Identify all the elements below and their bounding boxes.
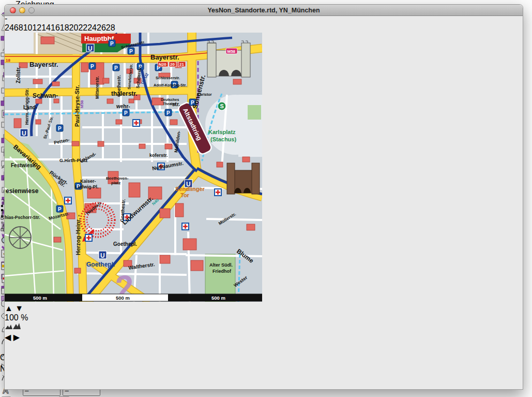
svg-text:N20: N20 xyxy=(159,62,166,67)
svg-text:P: P xyxy=(58,126,62,131)
svg-text:P: P xyxy=(114,65,118,71)
ruler-number: 6 xyxy=(14,23,19,32)
svg-text:P: P xyxy=(90,64,94,69)
ruler-number: 2 xyxy=(5,23,9,32)
svg-text:M58: M58 xyxy=(227,49,236,54)
svg-text:P: P xyxy=(166,110,170,116)
ruler-number: 12 xyxy=(32,23,41,32)
ruler-number: 4 xyxy=(9,23,14,32)
ruler-number: 26 xyxy=(97,23,106,32)
zoom-out-mountain-icon[interactable] xyxy=(5,325,12,329)
map-label: M58 xyxy=(80,100,84,108)
ubahn-badge: U xyxy=(99,251,107,259)
ruler-number: 28 xyxy=(106,23,115,32)
hospital-badge xyxy=(65,197,71,204)
map-label: koferstr. xyxy=(149,153,168,158)
ruler-number: 16 xyxy=(51,23,60,32)
map-label: Goethepl. xyxy=(113,241,137,247)
ruler-number: 14 xyxy=(41,23,51,32)
app-window: YesNon_Standorte.rtd, YN_München 2468101… xyxy=(4,4,523,390)
ruler-number: 10 xyxy=(23,23,33,32)
svg-text:U: U xyxy=(22,130,26,137)
route-badge: N20 xyxy=(158,62,168,67)
map-label: 18 xyxy=(6,58,10,63)
m58-badge: M58 xyxy=(226,48,237,54)
map-label: Beethoven- xyxy=(106,176,129,181)
sbahn-badge: S xyxy=(218,102,226,110)
parking-badge: P xyxy=(56,125,63,131)
svg-text:20: 20 xyxy=(170,62,175,67)
map-label: Goethestr. xyxy=(116,75,121,97)
ubahn-badge: U xyxy=(20,129,28,137)
map-label: Land- xyxy=(23,105,37,110)
svg-text:U: U xyxy=(88,45,93,52)
svg-text:21: 21 xyxy=(179,62,184,67)
map-label: Kaiser- xyxy=(80,179,96,184)
scroll-right-button[interactable]: ▶ xyxy=(13,333,20,342)
parking-badge: P xyxy=(128,48,134,54)
parking-badge: P xyxy=(89,63,96,69)
ruler-number: 24 xyxy=(87,23,97,32)
scroll-left-button[interactable]: ◀ xyxy=(5,333,11,342)
ruler-number: 8 xyxy=(19,23,23,32)
parking-badge: P xyxy=(123,109,129,116)
map-label: Herzog-Heinr. - xyxy=(75,214,81,255)
map-label: Schlosserstr. xyxy=(156,76,180,80)
ruler-number: 22 xyxy=(78,23,87,32)
map-label: Friedhof xyxy=(212,269,232,274)
svg-text:P: P xyxy=(110,41,114,47)
route-badge: 20 xyxy=(169,62,176,67)
scroll-up-button[interactable]: ▲ xyxy=(5,304,13,313)
map-label: Zollstr. xyxy=(16,66,21,83)
window-title: YesNon_Standorte.rtd, YN_München xyxy=(5,7,523,14)
zoom-level-field[interactable]: 100 % xyxy=(5,313,523,322)
ubahn-badge: U xyxy=(86,44,94,52)
ruler-number: 18 xyxy=(60,23,69,32)
hospital-badge xyxy=(133,120,140,126)
parking-badge: P xyxy=(113,64,119,71)
document-canvas[interactable]: Hauptbhf. Altstadtring 2 PP xyxy=(5,33,523,304)
svg-text:S: S xyxy=(220,103,224,109)
map-label: Bayerstr. xyxy=(150,53,179,61)
map-label: Goethepl. xyxy=(86,261,115,268)
svg-text:P: P xyxy=(124,110,128,116)
map-label: Adolf-Kolping-Str. xyxy=(154,83,187,87)
route-badge: 21 xyxy=(178,62,186,67)
scroll-down-button[interactable]: ▼ xyxy=(15,304,23,313)
map-label: Mittererstr. xyxy=(95,76,100,99)
map-label: (Stachus) xyxy=(210,136,236,142)
zoom-in-mountain-icon[interactable] xyxy=(13,323,21,329)
hospital-badge xyxy=(215,189,221,196)
map-label: Tor xyxy=(180,192,190,198)
map-label: Karlstor xyxy=(197,92,212,97)
svg-text:500 m: 500 m xyxy=(211,295,225,301)
parking-badge: P xyxy=(109,40,115,47)
map-label: Deutsches xyxy=(161,98,179,101)
title-bar[interactable]: YesNon_Standorte.rtd, YN_München xyxy=(5,5,523,16)
svg-text:U: U xyxy=(100,252,105,259)
map-label: thalerstr. xyxy=(111,90,138,97)
map-label: Ludwig-Pl. xyxy=(75,184,99,189)
status-bar: 100 % ◀ ▶ xyxy=(5,313,523,342)
map-label: Karlsplatz xyxy=(208,129,236,135)
map-label: Festwiese xyxy=(11,163,36,168)
svg-text:500 m: 500 m xyxy=(116,295,130,301)
vertical-ruler[interactable]: 246810121416182022242628 xyxy=(5,23,523,33)
map-label: Alter Südl. xyxy=(209,262,233,268)
ruler-number: 20 xyxy=(69,23,79,32)
map-label: hias-Pschorr-Str. xyxy=(5,215,40,220)
map-label: platz xyxy=(111,181,120,185)
parking-badge: P xyxy=(56,205,63,212)
parking-badge: P xyxy=(165,109,172,116)
map-scale-bar: 500 m 500 m 500 m xyxy=(5,294,262,301)
map-label: Schwan- xyxy=(33,92,58,99)
hospital-badge xyxy=(85,234,92,241)
map-image[interactable]: Hauptbhf. Altstadtring 2 PP xyxy=(5,33,523,304)
svg-text:P: P xyxy=(58,207,62,212)
svg-text:500 m: 500 m xyxy=(33,295,47,301)
map-label: Theater xyxy=(163,102,176,106)
svg-text:P: P xyxy=(129,49,133,54)
map-label: Sendlinger xyxy=(175,186,205,192)
map-label: wehr- xyxy=(116,104,130,109)
ferris-wheel-icon xyxy=(9,227,31,248)
